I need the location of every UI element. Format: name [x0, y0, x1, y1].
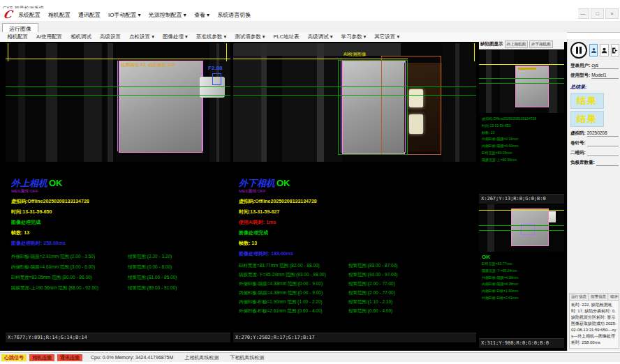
- menu-items: 系统配置相机配置通讯配置IO手动配置 ▾光源控制配置 ▾查看 ▾系统语言切换: [18, 11, 251, 19]
- thumb-text-line: EI料宽度=83.05mm: [482, 150, 564, 157]
- thumb2-text: OK EI料宽度=83.77mm隔膜宽度-下=95.24mm外侧EI极-隔膜=4…: [482, 254, 564, 336]
- maximize-button[interactable]: □: [591, 8, 604, 19]
- thumb2-ok-status: OK: [482, 254, 564, 261]
- sidebar-buttons: [570, 42, 619, 59]
- app-logo-icon: C: [2, 9, 13, 20]
- thumb1-coordinate-bar: X:267;Y:13;R:0;G:0;B:0: [479, 194, 564, 204]
- measurement-row: 外侧EI极-隔膜=2.91mm 范围:(2.00 - 3.50) 报警范围:(2…: [11, 251, 229, 261]
- left-result-text: 外上相机OK MES属性:OFF 虚拟码:Offline202502081331…: [11, 179, 229, 293]
- measurement-row: 外侧EI极-隔膜=4.38mm 范围:(0.00 - 9.00) 报警范围:(2…: [239, 279, 475, 288]
- defect-header: 缺陷图显示 外上相机图 外下相机图: [479, 39, 564, 50]
- measure-overlay-label: F2.88: [208, 65, 222, 71]
- thumb-text-line: 内侧EI极-隔膜=4.38mm: [482, 281, 564, 288]
- close-button[interactable]: ×: [605, 8, 619, 19]
- virtual-code: 虚拟码:Offline20250208133134728: [239, 198, 475, 205]
- toolbar-item[interactable]: 点检设置 ▾: [129, 33, 154, 40]
- login-user-label: 登录用户:: [570, 63, 590, 69]
- field-label: 卷针号:: [570, 140, 586, 146]
- login-user-field: 登录用户: cys: [570, 63, 619, 69]
- middle-camera-image[interactable]: AI检测图像: [233, 43, 476, 162]
- info-tab[interactable]: 错误信息: [609, 294, 619, 300]
- menu-bar: C 系统配置相机配置通讯配置IO手动配置 ▾光源控制配置 ▾查看 ▾系统语言切换: [0, 8, 578, 21]
- roi-green-box: [338, 60, 408, 155]
- measurement-value: 内侧EI极-隔膜=4.38mm 范围:(0.00 - 9.00): [239, 288, 348, 297]
- measure-green-line: [6, 95, 230, 96]
- toolbar-item[interactable]: AI使用配置: [36, 33, 62, 40]
- measurement-row: 内侧EI极-隔膜=4.38mm 范围:(0.00 - 9.00) 报警范围:(2…: [239, 288, 475, 297]
- window-controls: — □ ×: [576, 8, 619, 19]
- toolbar-item[interactable]: 测试项参数 ▾: [235, 33, 265, 40]
- status-badge: 通讯连接: [57, 354, 82, 361]
- measurement-value: 内侧EI极-隔膜=4.60mm 范围:(3.00 - 6.00): [11, 261, 128, 272]
- measurement-row: EI料宽度=83.05mm 范围:(80.00 - 86.00) 报警范围:(8…: [11, 272, 229, 282]
- pause-button[interactable]: [570, 42, 587, 59]
- menu-item[interactable]: 相机配置: [48, 11, 71, 19]
- menu-item[interactable]: IO手动配置 ▾: [108, 11, 141, 19]
- info-tab[interactable]: 运行信息: [570, 294, 589, 300]
- thumb-text-line: 时间:13-31-59-650: [482, 123, 564, 130]
- thumb-text-line: 内侧EI极-隔膜=4.60mm: [482, 143, 564, 150]
- toolbar-item[interactable]: 高级调试 ▾: [308, 33, 333, 40]
- ai-elapsed: 使用AI耗时: 1ms: [239, 219, 475, 226]
- menu-item[interactable]: 查看 ▾: [194, 11, 209, 19]
- measure-green-line: [6, 86, 230, 87]
- alarm-range: 报警范围:(2.00 - 77.00): [348, 279, 395, 288]
- user-dark-icon: [601, 44, 607, 56]
- user-login-button[interactable]: [589, 44, 598, 56]
- measurement-value: 外侧EI极-EI极=2.61mm 范围:(0.60 - 4.00): [239, 306, 348, 315]
- field-value[interactable]: [587, 150, 619, 156]
- info-panel: 运行信息报警信息错误信息 耗时: 222, 缺陷检测耗时: 17, 缺陷分类耗时…: [569, 293, 619, 349]
- info-tabs: 运行信息报警信息错误信息: [570, 294, 619, 301]
- separator-region: [119, 61, 202, 153]
- model-label: 使用型号:: [570, 73, 590, 79]
- user-manage-button[interactable]: [600, 44, 608, 56]
- defect-tab-lower[interactable]: 外下相机图: [529, 40, 553, 48]
- model-field: 使用型号: Model1: [570, 73, 619, 79]
- measure-green-line: [233, 95, 476, 96]
- toolbar-item[interactable]: 相机配置: [7, 33, 28, 40]
- toolbar-item[interactable]: 基准线参数 ▾: [196, 33, 226, 40]
- alarm-range: 报警范围:(89.00 - 91.00): [128, 282, 177, 293]
- ai-image-label: AI检测图像: [344, 52, 366, 58]
- left-camera-image[interactable]: 轮廓阈值:93, 动态阈值:100 F2.88: [6, 43, 230, 162]
- menu-item[interactable]: 光源控制配置 ▾: [149, 11, 186, 19]
- thumb1-text: 虚拟码:Offline20250208133134728时间:13-31-59-…: [482, 116, 564, 192]
- thumb-text-line: 外侧EI极-隔膜=2.91mm: [482, 136, 564, 143]
- menu-item[interactable]: 系统配置: [18, 11, 40, 19]
- measurement-row: EI料宽度=83.77mm 范围:(82.00 - 88.00) 报警范围:(8…: [239, 261, 475, 270]
- toolbar-item[interactable]: 学习参数 ▾: [341, 33, 366, 40]
- menu-item[interactable]: 系统语言切换: [217, 11, 251, 19]
- menu-item[interactable]: 通讯配置: [78, 11, 101, 19]
- thumb1-image[interactable]: [479, 50, 564, 113]
- measurement-value: EI料宽度=83.77mm 范围:(82.00 - 88.00): [239, 261, 348, 270]
- info-tab[interactable]: 报警信息: [589, 294, 608, 300]
- field-value[interactable]: 20250208: [587, 130, 619, 137]
- thumb2-image[interactable]: [479, 204, 564, 252]
- middle-result-text: 外下相机OK MES属性:OFF 虚拟码:Offline202502081331…: [239, 179, 475, 315]
- measurement-row: 内侧EI极-隔膜=4.60mm 范围:(3.00 - 6.00) 报警范围:(0…: [11, 261, 229, 272]
- field-value[interactable]: [596, 160, 619, 166]
- toolbar-item[interactable]: PLC地址表: [274, 33, 300, 40]
- tab-strip: 运行图像: [0, 21, 620, 33]
- ok-status: OK: [276, 178, 290, 188]
- field-label: 负极库数量:: [570, 160, 595, 166]
- frame-count: 帧数: 13: [239, 240, 475, 247]
- field-value[interactable]: [587, 140, 619, 146]
- toolbar-item[interactable]: 高级设置: [100, 33, 121, 40]
- model-value[interactable]: Model1: [591, 73, 619, 79]
- alarm-range: 报警范围:(83.00 - 87.00): [348, 261, 397, 270]
- toolbar-item[interactable]: 其它设置 ▾: [374, 33, 399, 40]
- sidebar-field: 负极库数量:: [570, 160, 619, 166]
- toolbar-item[interactable]: 相机调试: [71, 33, 91, 40]
- toolbar-item[interactable]: 图像处理 ▾: [163, 33, 188, 40]
- mes-status: MES属性:OFF: [11, 188, 229, 195]
- alarm-range: 报警范围:(0.60 - 4.00): [348, 306, 392, 315]
- field-label: 虚拟码:: [570, 130, 586, 137]
- left-camera-panel: 轮廓阈值:93, 动态阈值:100 F2.88 外上相机OK MES属性:OFF…: [6, 43, 230, 342]
- logout-button[interactable]: [611, 44, 619, 56]
- login-user-value[interactable]: cys: [591, 63, 619, 69]
- defect-tab-upper[interactable]: 外上相机图: [505, 40, 529, 48]
- sidebar-field: 二维码:: [570, 150, 619, 156]
- measurement-row: 隔膜宽度-下=95.24mm 范围:(93.00 - 98.00) 报警范围:(…: [239, 270, 475, 279]
- sidebar-fields: 虚拟码: 20250208 卷针号: 二维码: 负极库数量:: [568, 130, 620, 166]
